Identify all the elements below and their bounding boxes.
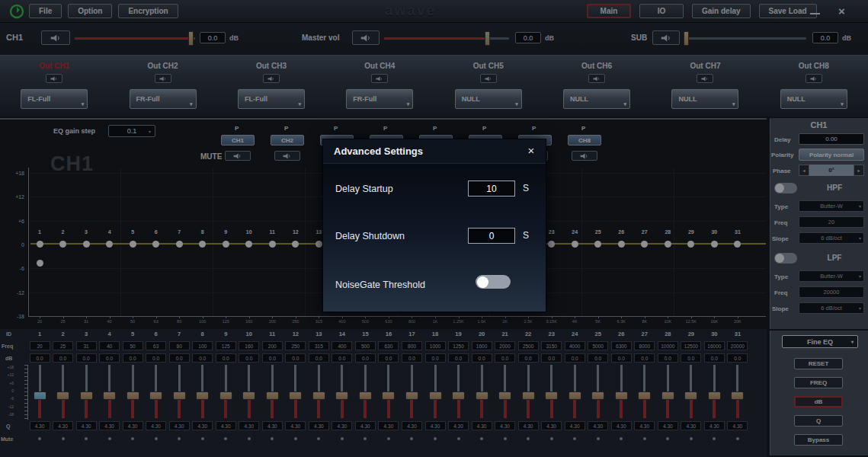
delay-shutdown-label: Delay Shutdown: [335, 231, 405, 241]
noisegate-toggle[interactable]: [476, 275, 511, 289]
delay-shutdown-unit: S: [523, 230, 529, 241]
delay-startup-unit: S: [523, 183, 529, 193]
noisegate-toggle-knob: [477, 276, 488, 288]
dialog-title: Advanced Settings: [334, 145, 423, 157]
dialog-title-bar: Advanced Settings ×: [323, 139, 546, 164]
dialog-close-button[interactable]: ×: [524, 144, 538, 157]
noisegate-label: NoiseGate Threshold: [335, 280, 425, 290]
advanced-settings-dialog: Advanced Settings × Delay Startup 10 S D…: [322, 139, 546, 312]
delay-startup-label: Delay Startup: [335, 184, 393, 194]
delay-shutdown-input[interactable]: 0: [468, 228, 515, 244]
delay-startup-input[interactable]: 10: [468, 181, 515, 197]
dsp-app-window: FileOptionEncryption awave MainIOGain de…: [0, 0, 868, 457]
